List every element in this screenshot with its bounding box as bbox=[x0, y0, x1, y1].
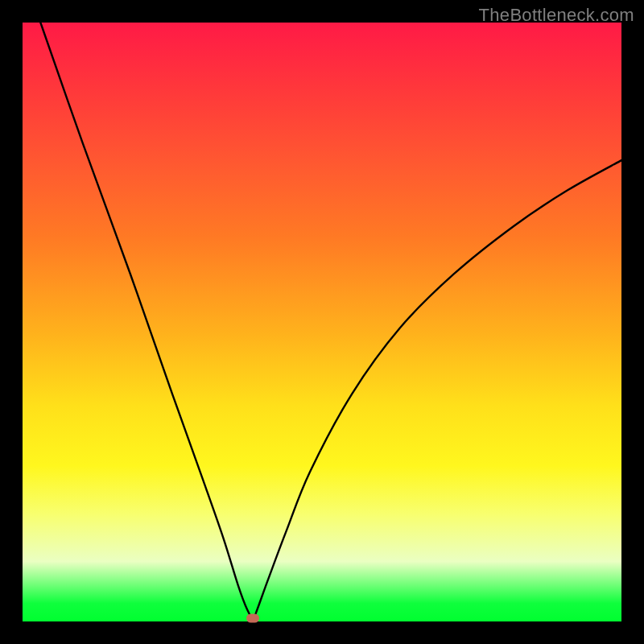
optimal-marker bbox=[246, 614, 259, 623]
bottleneck-curve bbox=[23, 23, 621, 621]
plot-area bbox=[23, 23, 621, 621]
curve-path bbox=[40, 23, 621, 619]
chart-frame: TheBottleneck.com bbox=[0, 0, 644, 644]
watermark-text: TheBottleneck.com bbox=[479, 5, 634, 26]
